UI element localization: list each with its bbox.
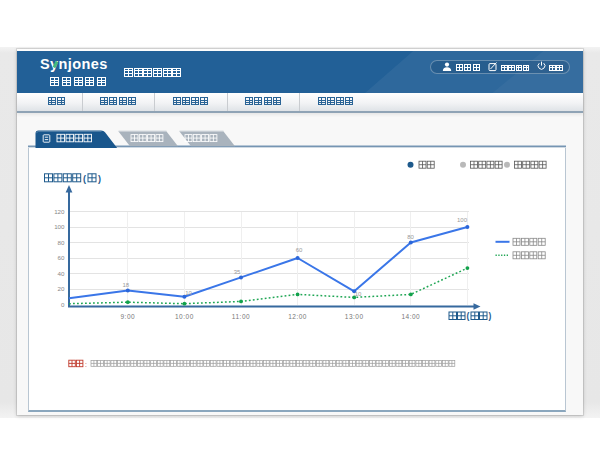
svg-text:12:00: 12:00 <box>288 312 307 319</box>
svg-text:(: ( <box>467 311 470 321</box>
svg-text::: : <box>85 360 87 367</box>
svg-text:0: 0 <box>61 300 65 307</box>
svg-text:80: 80 <box>58 238 65 245</box>
svg-text:100: 100 <box>54 223 65 230</box>
svg-text:11:00: 11:00 <box>232 312 250 319</box>
svg-text:): ) <box>98 173 101 183</box>
svg-text:100: 100 <box>457 216 468 222</box>
svg-text:9:00: 9:00 <box>120 312 135 319</box>
svg-text:13:00: 13:00 <box>345 312 364 319</box>
svg-text:14:00: 14:00 <box>401 312 420 319</box>
svg-text:60: 60 <box>58 254 65 261</box>
svg-text:120: 120 <box>54 207 65 214</box>
svg-text:): ) <box>489 311 492 321</box>
svg-text:60: 60 <box>296 247 303 253</box>
svg-text:10:00: 10:00 <box>175 312 194 319</box>
svg-text:20: 20 <box>58 285 65 292</box>
svg-text:(: ( <box>83 173 86 183</box>
svg-text:40: 40 <box>58 269 65 276</box>
svg-text:18: 18 <box>122 282 129 288</box>
svg-text:10: 10 <box>185 290 192 296</box>
svg-text:35: 35 <box>234 268 241 274</box>
svg-text:10: 10 <box>355 290 362 296</box>
svg-text:80: 80 <box>407 233 414 239</box>
